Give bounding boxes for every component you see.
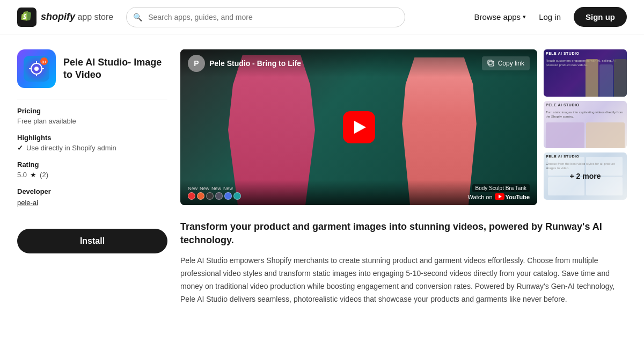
- install-button[interactable]: Install: [17, 229, 167, 253]
- app-icon-graphic: 8+: [24, 56, 49, 82]
- media-section: P Pele Studio - Bring to Life Copy link: [180, 49, 627, 205]
- header-nav: Browse apps ▾ Log in Sign up: [474, 7, 627, 27]
- signup-label: Sign up: [586, 12, 615, 21]
- watch-on-label: Watch on: [468, 194, 493, 200]
- login-label: Log in: [539, 12, 561, 21]
- logo[interactable]: shopify app store: [17, 8, 113, 27]
- sidebar: 8+ Pele AI Studio- Image to Video Pricin…: [17, 49, 167, 306]
- swatch-orange: [197, 192, 204, 200]
- new-badge-1: New: [188, 186, 197, 191]
- developer-section: Developer pele-ai: [17, 187, 167, 207]
- search-bar: 🔍: [126, 7, 405, 27]
- thumb-2-desc: Turn static images into captivating vide…: [546, 111, 625, 119]
- channel-avatar: P: [188, 55, 205, 72]
- copy-link-label: Copy link: [498, 60, 524, 67]
- logo-text: shopify app store: [41, 11, 113, 23]
- copy-link-button[interactable]: Copy link: [482, 56, 530, 70]
- rating-value: 5.0: [17, 171, 27, 179]
- highlights-label: Highlights: [17, 134, 167, 142]
- yt-icon: [495, 193, 504, 201]
- pricing-value: Free plan available: [17, 117, 167, 125]
- thumbnail-3[interactable]: PELE AI STUDIO Choose from the best vide…: [544, 152, 627, 200]
- content-area: P Pele Studio - Bring to Life Copy link: [180, 49, 627, 306]
- checkmark-icon: ✓: [17, 144, 23, 152]
- thumbnail-2[interactable]: PELE AI STUDIO Turn static images into c…: [544, 101, 627, 148]
- copy-icon: [487, 60, 495, 67]
- main-content: 8+ Pele AI Studio- Image to Video Pricin…: [0, 34, 644, 321]
- chevron-down-icon: ▾: [523, 13, 526, 20]
- install-label: Install: [80, 236, 105, 245]
- new-badge-3: New: [211, 186, 221, 191]
- new-badge-4: New: [223, 186, 233, 191]
- play-button[interactable]: [343, 111, 375, 143]
- thumbnail-strip: PELE AI STUDIO Reach customers engagemen…: [544, 49, 627, 205]
- search-icon: 🔍: [133, 13, 142, 21]
- sidebar-divider: [17, 99, 167, 99]
- new-badge-2: New: [200, 186, 209, 191]
- developer-label: Developer: [17, 187, 167, 195]
- shopify-logo-icon: [17, 8, 36, 27]
- thumbnail-1[interactable]: PELE AI STUDIO Reach customers engagemen…: [544, 49, 627, 97]
- svg-rect-10: [489, 61, 494, 66]
- thumb-2-label: PELE AI STUDIO: [546, 103, 579, 107]
- swatch-blue: [224, 192, 232, 200]
- video-title: Pele Studio - Bring to Life: [209, 59, 301, 68]
- video-channel: P Pele Studio - Bring to Life: [188, 55, 301, 72]
- video-top-bar: P Pele Studio - Bring to Life Copy link: [180, 49, 537, 77]
- rating-count: (2): [40, 171, 48, 179]
- highlight-text: Use directly in Shopify admin: [26, 144, 116, 152]
- play-button-wrap[interactable]: [343, 111, 375, 143]
- highlight-item: ✓ Use directly in Shopify admin: [17, 144, 167, 152]
- swatch-black: [206, 192, 214, 200]
- youtube-label: YouTube: [506, 194, 530, 200]
- svg-point-3: [34, 67, 39, 71]
- star-icon: ★: [30, 171, 36, 179]
- highlights-section: Highlights ✓ Use directly in Shopify adm…: [17, 134, 167, 152]
- product-tag: Body Sculpt Bra Tank: [472, 184, 530, 192]
- rating-row: 5.0 ★ (2): [17, 171, 167, 179]
- app-icon: 8+: [17, 49, 56, 88]
- app-header: 8+ Pele AI Studio- Image to Video: [17, 49, 167, 88]
- developer-link[interactable]: pele-ai: [17, 199, 38, 207]
- browse-apps-label: Browse apps: [474, 12, 521, 21]
- login-button[interactable]: Log in: [539, 12, 561, 21]
- description-body: Pele AI Studio empowers Shopify merchant…: [180, 255, 627, 306]
- rating-label: Rating: [17, 161, 167, 169]
- description-headline: Transform your product and garment image…: [180, 220, 627, 247]
- swatch-teal: [233, 192, 241, 200]
- video-bottom-bar: New New New New: [180, 180, 537, 205]
- signup-button[interactable]: Sign up: [574, 7, 627, 27]
- color-swatches: [188, 192, 241, 200]
- youtube-icon: [495, 193, 504, 200]
- rating-section: Rating 5.0 ★ (2): [17, 161, 167, 179]
- play-icon: [354, 121, 366, 134]
- description-section: Transform your product and garment image…: [180, 220, 627, 306]
- video-container[interactable]: P Pele Studio - Bring to Life Copy link: [180, 49, 537, 205]
- header: shopify app store 🔍 Browse apps ▾ Log in…: [0, 0, 644, 34]
- svg-text:8+: 8+: [41, 60, 46, 64]
- pricing-label: Pricing: [17, 107, 167, 115]
- swatch-red: [188, 192, 195, 200]
- browse-apps-button[interactable]: Browse apps ▾: [474, 12, 526, 21]
- search-input[interactable]: [126, 7, 405, 27]
- thumb-1-label: PELE AI STUDIO: [546, 52, 579, 56]
- swatch-gray: [215, 192, 223, 200]
- pricing-section: Pricing Free plan available: [17, 107, 167, 125]
- more-label: + 2 more: [570, 172, 601, 180]
- svg-rect-11: [488, 60, 492, 64]
- app-name: Pele AI Studio- Image to Video: [63, 56, 167, 82]
